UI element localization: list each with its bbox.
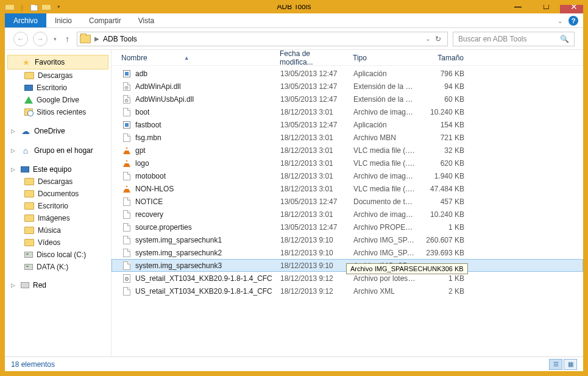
nav-desktop[interactable]: Escritorio — [7, 82, 108, 94]
view-details-button[interactable]: ☰ — [549, 359, 562, 370]
refresh-icon[interactable]: ↻ — [435, 35, 441, 43]
file-row[interactable]: source.properties13/05/2013 12:47Archivo… — [112, 221, 583, 233]
nav-onedrive[interactable]: ▷☁OneDrive — [7, 124, 108, 138]
file-row[interactable]: fastboot13/05/2013 12:47Aplicación154 KB — [112, 118, 583, 131]
column-size[interactable]: Tamaño — [420, 54, 469, 62]
nav-google-drive[interactable]: Google Drive — [7, 94, 108, 106]
view-icons-button[interactable]: ▦ — [564, 359, 577, 370]
file-row[interactable]: recovery18/12/2013 3:01Archivo de image.… — [112, 208, 583, 221]
nav-pc-desktop[interactable]: Escritorio — [7, 200, 108, 212]
file-date: 18/12/2013 9:10 — [275, 249, 349, 257]
file-date: 13/05/2013 12:47 — [275, 95, 349, 104]
tooltip: Archivo IMG_SPARSECHUNK306 KB — [346, 263, 468, 274]
file-row[interactable]: AdbWinApi.dll13/05/2013 12:47Extensión d… — [112, 80, 583, 93]
sort-asc-icon: ▲ — [184, 55, 190, 61]
breadcrumb-item[interactable]: ADB Tools — [103, 35, 137, 43]
file-type-icon — [122, 235, 132, 245]
file-name: adb — [135, 69, 147, 78]
file-size: 154 KB — [420, 121, 469, 129]
file-date: 18/12/2013 3:01 — [275, 108, 349, 116]
nav-pc-documents[interactable]: Documentos — [7, 188, 108, 200]
expand-icon[interactable]: ▷ — [11, 128, 17, 134]
nav-pc-music[interactable]: Música — [7, 224, 108, 236]
column-type[interactable]: Tipo — [348, 54, 420, 62]
file-date: 13/05/2013 12:47 — [275, 197, 349, 206]
file-size: 10.240 KB — [420, 108, 469, 116]
nav-favorites[interactable]: ★ Favoritos — [7, 55, 108, 69]
file-row[interactable]: system.img_sparsechunk218/12/2013 9:10Ar… — [112, 246, 583, 259]
expand-icon[interactable]: ▷ — [11, 147, 17, 154]
breadcrumb[interactable]: ▶ ADB Tools ⌄ ↻ — [77, 32, 448, 46]
file-row[interactable]: US_retail_XT1034_KXB20.9-1.8-1.4_CFC18/1… — [112, 285, 583, 297]
tab-share[interactable]: Compartir — [80, 13, 130, 27]
minimize-button[interactable]: — — [504, 0, 532, 13]
file-name: gpt — [135, 146, 146, 155]
nav-pc-c-drive[interactable]: Disco local (C:) — [7, 249, 108, 261]
nav-pc-videos[interactable]: Vídeos — [7, 236, 108, 249]
file-row[interactable]: adb13/05/2013 12:47Aplicación796 KB — [112, 67, 583, 80]
file-name: recovery — [135, 210, 163, 219]
file-name: fsg.mbn — [135, 133, 161, 142]
star-icon: ★ — [21, 57, 31, 67]
file-type-icon — [122, 286, 132, 296]
nav-recent[interactable]: Sitios recientes — [7, 106, 108, 118]
file-list[interactable]: adb13/05/2013 12:47Aplicación796 KBAdbWi… — [112, 66, 583, 356]
recent-icon — [24, 108, 33, 116]
file-type: Archivo PROPERTI... — [349, 223, 420, 232]
nav-pc-downloads[interactable]: Descargas — [7, 176, 108, 188]
file-size: 47.484 KB — [420, 185, 469, 193]
file-type: Archivo IMG_SPA... — [349, 249, 420, 257]
file-row[interactable]: system.img_sparsechunk118/12/2013 9:10Ar… — [112, 233, 583, 246]
drive-icon — [24, 264, 33, 270]
file-row[interactable]: NOTICE13/05/2013 12:47Documento de tex..… — [112, 195, 583, 208]
properties-icon[interactable] — [29, 2, 39, 12]
folder-icon — [24, 178, 34, 185]
desktop-icon — [24, 85, 33, 91]
back-button[interactable]: ← — [13, 32, 28, 46]
file-date: 18/12/2013 3:01 — [275, 185, 349, 193]
search-input[interactable]: Buscar en ADB Tools 🔍 — [453, 32, 575, 46]
file-name: AdbWinApi.dll — [135, 82, 181, 91]
file-pane: Nombre▲ Fecha de modifica... Tipo Tamaño… — [112, 50, 583, 356]
up-button[interactable]: ↑ — [63, 34, 72, 44]
file-row[interactable]: fsg.mbn18/12/2013 3:01Archivo MBN721 KB — [112, 131, 583, 144]
nav-pc-pictures[interactable]: Imágenes — [7, 212, 108, 224]
homegroup-icon: ⌂ — [21, 146, 30, 155]
tab-view[interactable]: Vista — [130, 13, 163, 27]
close-button[interactable]: ✕ — [560, 0, 588, 13]
nav-homegroup[interactable]: ▷⌂Grupo en el hogar — [7, 144, 108, 157]
help-icon[interactable]: ? — [569, 16, 578, 26]
file-name: system.img_sparsechunk2 — [135, 249, 222, 257]
tab-home[interactable]: Inicio — [46, 13, 80, 27]
chevron-right-icon[interactable]: ▶ — [94, 35, 99, 42]
new-folder-icon[interactable] — [41, 2, 51, 12]
recent-locations-icon[interactable]: ▾ — [52, 36, 58, 42]
file-name: motoboot — [135, 172, 166, 180]
forward-button[interactable]: → — [33, 32, 48, 46]
file-row[interactable]: boot18/12/2013 3:01Archivo de image...10… — [112, 105, 583, 118]
qat-dropdown-icon[interactable]: ▾ — [54, 2, 63, 12]
expand-icon[interactable]: ▷ — [11, 282, 17, 288]
file-date: 13/05/2013 12:47 — [275, 121, 349, 129]
column-date[interactable]: Fecha de modifica... — [275, 49, 348, 66]
expand-icon[interactable]: ▷ — [11, 166, 17, 172]
nav-this-pc[interactable]: ▷Este equipo — [7, 163, 108, 176]
nav-network[interactable]: ▷Red — [7, 279, 108, 291]
column-name[interactable]: Nombre▲ — [116, 54, 275, 62]
file-row[interactable]: motoboot18/12/2013 3:01Archivo de image.… — [112, 169, 583, 182]
ribbon-minimize-icon[interactable]: ⌄ — [558, 18, 562, 24]
file-row[interactable]: logo18/12/2013 3:01VLC media file (.bi..… — [112, 157, 583, 169]
file-row[interactable]: AdbWinUsbApi.dll13/05/2013 12:47Extensió… — [112, 93, 583, 105]
maximize-button[interactable]: ☐ — [532, 0, 560, 13]
file-type-icon — [122, 69, 132, 79]
nav-downloads[interactable]: Descargas — [7, 69, 108, 82]
folder-icon — [80, 35, 91, 43]
tab-file[interactable]: Archivo — [5, 13, 46, 27]
chevron-down-icon[interactable]: ⌄ — [425, 35, 430, 42]
file-row[interactable]: gpt18/12/2013 3:01VLC media file (.bi...… — [112, 144, 583, 157]
nav-pc-k-drive[interactable]: DATA (K:) — [7, 261, 108, 273]
file-date: 13/05/2013 12:47 — [275, 69, 349, 78]
folder-icon — [24, 202, 34, 210]
file-type: VLC media file (.bi... — [349, 185, 420, 193]
file-row[interactable]: NON-HLOS18/12/2013 3:01VLC media file (.… — [112, 182, 583, 195]
